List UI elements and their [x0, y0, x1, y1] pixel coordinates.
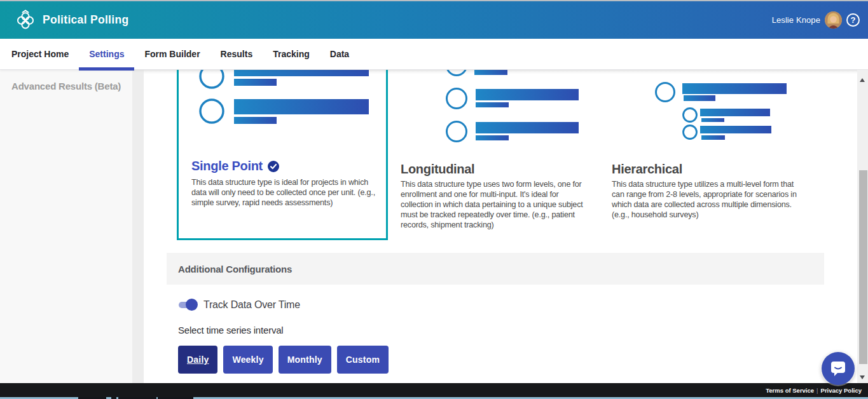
page-title: Political Polling: [43, 13, 128, 27]
card-single-point[interactable]: Single Point This data structure type is…: [177, 70, 388, 240]
interval-button-weekly[interactable]: Weekly: [223, 346, 272, 374]
avatar[interactable]: [825, 11, 842, 29]
scroll-up-icon[interactable]: [860, 78, 865, 82]
interval-buttons: Daily Weekly Monthly Custom: [178, 346, 389, 374]
sidebar-item-advanced-results[interactable]: Advanced Results (Beta): [0, 70, 132, 91]
scrollbar-thumb[interactable]: [859, 170, 867, 364]
tab-tracking[interactable]: Tracking: [263, 39, 320, 69]
window-top-edge: [0, 0, 868, 1]
vertical-scrollbar[interactable]: [857, 70, 868, 383]
section-header-additional-configurations: Additional Configurations: [167, 253, 824, 285]
help-icon[interactable]: ?: [846, 13, 860, 27]
privacy-policy-link[interactable]: Privacy Policy: [821, 387, 862, 394]
scroll-down-icon[interactable]: [860, 375, 865, 379]
terms-of-service-link[interactable]: Terms of Service: [766, 387, 814, 394]
sidebar-divider: [132, 70, 144, 383]
track-data-toggle[interactable]: [178, 299, 198, 311]
selected-check-icon: [268, 161, 279, 172]
footer-separator: |: [816, 387, 818, 394]
interval-prompt: Select time series interval: [178, 325, 284, 335]
card-description: This data structure type is ideal for pr…: [191, 177, 377, 208]
tab-data[interactable]: Data: [320, 39, 359, 69]
app-logo-icon: [14, 9, 37, 32]
toggle-label: Track Data Over Time: [203, 299, 300, 311]
interval-button-monthly[interactable]: Monthly: [279, 346, 331, 374]
user-name: Leslie Knope: [772, 15, 820, 25]
footer-bar: Terms of Service | Privacy Policy: [0, 383, 868, 397]
card-title: Hierarchical: [612, 162, 682, 177]
main-content: Single Point This data structure type is…: [144, 70, 857, 383]
chat-widget-button[interactable]: [822, 352, 855, 385]
tab-form-builder[interactable]: Form Builder: [134, 39, 210, 69]
project-nav: Project Home Settings Form Builder Resul…: [0, 39, 868, 70]
header-user-area: Leslie Knope ?: [772, 1, 860, 39]
card-hierarchical[interactable]: Hierarchical This data structure type ut…: [612, 70, 822, 240]
card-longitudinal[interactable]: Longitudinal This data structure type us…: [401, 70, 600, 240]
app-header: Political Polling Leslie Knope ?: [0, 1, 868, 39]
interval-button-daily[interactable]: Daily: [178, 346, 217, 374]
card-description: This data structure type utilizes a mult…: [612, 179, 806, 220]
tab-results[interactable]: Results: [210, 39, 263, 69]
active-tab-underline: [79, 67, 134, 71]
card-description: This data structure type uses two form l…: [401, 179, 591, 230]
card-title: Longitudinal: [401, 162, 474, 177]
app-window: Political Polling Leslie Knope ? Project…: [0, 0, 868, 399]
tab-settings[interactable]: Settings: [79, 39, 134, 69]
track-data-row: Track Data Over Time: [178, 299, 300, 311]
tab-project-home[interactable]: Project Home: [1, 39, 79, 69]
card-title: Single Point: [191, 159, 279, 173]
settings-sidebar: Advanced Results (Beta): [0, 70, 132, 383]
chat-bubble-icon: [829, 360, 847, 377]
interval-button-custom[interactable]: Custom: [337, 346, 389, 374]
toggle-thumb: [186, 299, 198, 311]
